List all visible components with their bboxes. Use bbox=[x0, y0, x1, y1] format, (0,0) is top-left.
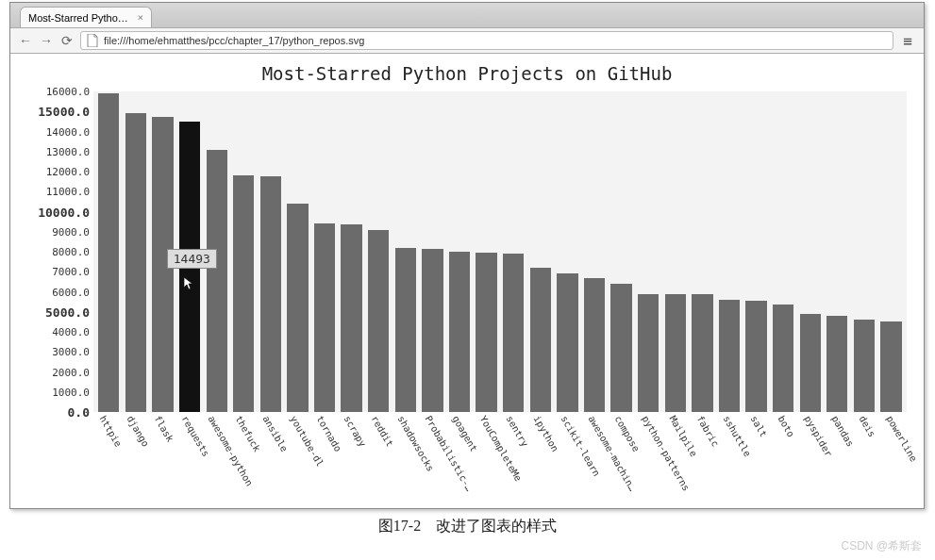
bar-slot bbox=[661, 91, 689, 412]
chart-title: Most-Starred Python Projects on GitHub bbox=[18, 63, 916, 84]
x-slot: scrapy bbox=[338, 412, 365, 506]
x-slot: sentry bbox=[500, 412, 527, 506]
bar-django[interactable] bbox=[125, 113, 146, 412]
bar-salt[interactable] bbox=[745, 301, 766, 412]
bar-awesome-machin…[interactable] bbox=[584, 278, 605, 412]
reload-button[interactable]: ⟳ bbox=[59, 33, 75, 48]
plot-wrap: 0.01000.02000.03000.04000.05000.06000.07… bbox=[18, 91, 916, 412]
bar-probabilistic-…[interactable] bbox=[422, 249, 442, 412]
x-slot: Mailpile bbox=[662, 412, 690, 506]
bar-pyspider[interactable] bbox=[800, 314, 821, 412]
bar-slot bbox=[824, 91, 851, 412]
x-slot: deis bbox=[853, 412, 880, 506]
bar-slot bbox=[689, 91, 716, 412]
bar-slot bbox=[419, 91, 446, 412]
bar-youcompleteme[interactable] bbox=[476, 253, 496, 412]
x-slot: compose bbox=[609, 412, 636, 506]
y-tick-label: 7000.0 bbox=[52, 266, 90, 278]
x-slot: awesome-machin… bbox=[581, 412, 609, 506]
y-tick-label: 3000.0 bbox=[52, 346, 90, 358]
bar-tornado[interactable] bbox=[314, 223, 335, 412]
bar-slot bbox=[365, 91, 392, 412]
y-tick-label: 0.0 bbox=[68, 405, 90, 420]
bar-ipython[interactable] bbox=[530, 268, 551, 412]
bar-boto[interactable] bbox=[773, 305, 793, 412]
x-slot: shadowsocks bbox=[392, 412, 419, 506]
x-slot: youtube-dl bbox=[283, 412, 310, 506]
bar-httpie[interactable] bbox=[98, 93, 119, 412]
bar-slot bbox=[770, 91, 797, 412]
bar-slot bbox=[203, 91, 230, 412]
bar-scrapy[interactable] bbox=[341, 224, 361, 412]
x-tick-label: flask bbox=[152, 414, 175, 444]
browser-tab[interactable]: Most-Starred Python P × bbox=[20, 7, 152, 27]
bar-youtube-dl[interactable] bbox=[287, 204, 308, 412]
x-slot: sshuttle bbox=[717, 412, 744, 506]
x-slot: Probabilistic-… bbox=[419, 412, 446, 506]
y-tick-label: 16000.0 bbox=[46, 86, 90, 98]
y-axis: 0.01000.02000.03000.04000.05000.06000.07… bbox=[18, 91, 93, 412]
bar-slot bbox=[500, 91, 527, 412]
x-slot: ipython bbox=[527, 412, 555, 506]
figure-caption: 图17-2 改进了图表的样式 bbox=[0, 517, 935, 536]
x-slot: goagent bbox=[446, 412, 474, 506]
bar-slot bbox=[95, 91, 123, 412]
bar-powerline[interactable] bbox=[880, 321, 901, 412]
bar-awesome-python[interactable] bbox=[207, 150, 227, 412]
bar-fabric[interactable] bbox=[692, 294, 712, 412]
bar-sentry[interactable] bbox=[503, 254, 524, 412]
y-tick-label: 13000.0 bbox=[46, 145, 90, 157]
bar-ansible[interactable] bbox=[260, 176, 281, 412]
bar-slot bbox=[743, 91, 770, 412]
x-slot: thefuck bbox=[229, 412, 257, 506]
x-slot: salt bbox=[744, 412, 772, 506]
bar-sshuttle[interactable] bbox=[719, 300, 740, 412]
x-slot: pyspider bbox=[798, 412, 826, 506]
bar-mailpile[interactable] bbox=[665, 294, 686, 412]
bar-slot bbox=[149, 91, 176, 412]
menu-icon[interactable]: ≡ bbox=[899, 32, 916, 50]
y-tick-label: 9000.0 bbox=[52, 225, 90, 238]
y-tick-label: 14000.0 bbox=[46, 125, 90, 138]
browser-window: Most-Starred Python P × ← → ⟳ file:///ho… bbox=[9, 2, 925, 509]
url-input[interactable]: file:///home/ehmatthes/pcc/chapter_17/py… bbox=[80, 31, 893, 50]
bar-slot bbox=[608, 91, 635, 412]
bar-flask[interactable] bbox=[152, 117, 173, 412]
bar-shadowsocks[interactable] bbox=[395, 248, 416, 412]
forward-button[interactable]: → bbox=[39, 33, 54, 48]
bar-reddit[interactable] bbox=[368, 230, 389, 412]
x-slot: django bbox=[121, 412, 148, 506]
bar-slot bbox=[284, 91, 311, 412]
file-icon bbox=[87, 34, 98, 47]
bar-slot bbox=[554, 91, 581, 412]
x-tick-label: deis bbox=[857, 414, 877, 438]
x-slot: ansible bbox=[256, 412, 283, 506]
x-slot: reddit bbox=[364, 412, 392, 506]
back-button[interactable]: ← bbox=[18, 33, 33, 48]
watermark: CSDN @希斯套 bbox=[841, 538, 922, 554]
y-tick-label: 2000.0 bbox=[52, 366, 90, 378]
x-slot: requests bbox=[175, 412, 202, 506]
address-bar: ← → ⟳ file:///home/ehmatthes/pcc/chapter… bbox=[10, 27, 924, 54]
bar-slot bbox=[716, 91, 743, 412]
close-icon[interactable]: × bbox=[137, 11, 143, 24]
tab-title: Most-Starred Python P bbox=[28, 12, 131, 24]
bar-slot bbox=[230, 91, 258, 412]
bar-python-patterns[interactable] bbox=[638, 294, 659, 412]
x-slot: flask bbox=[147, 412, 175, 506]
y-tick-label: 1000.0 bbox=[52, 386, 90, 398]
x-slot: YouCompleteMe bbox=[473, 412, 500, 506]
x-slot: scikit-learn bbox=[554, 412, 581, 506]
bar-slot bbox=[258, 91, 285, 412]
bar-pandas[interactable] bbox=[826, 316, 847, 412]
bar-scikit-learn[interactable] bbox=[557, 273, 577, 412]
bar-thefuck[interactable] bbox=[233, 175, 254, 412]
bar-goagent[interactable] bbox=[449, 252, 470, 412]
bar-requests[interactable] bbox=[179, 122, 200, 412]
x-tick-label: boto bbox=[776, 414, 796, 438]
bar-deis[interactable] bbox=[854, 320, 875, 412]
plot-region: 14493 bbox=[93, 91, 907, 412]
bar-slot bbox=[851, 91, 878, 412]
y-tick-label: 10000.0 bbox=[38, 205, 90, 219]
bar-compose[interactable] bbox=[610, 284, 631, 412]
